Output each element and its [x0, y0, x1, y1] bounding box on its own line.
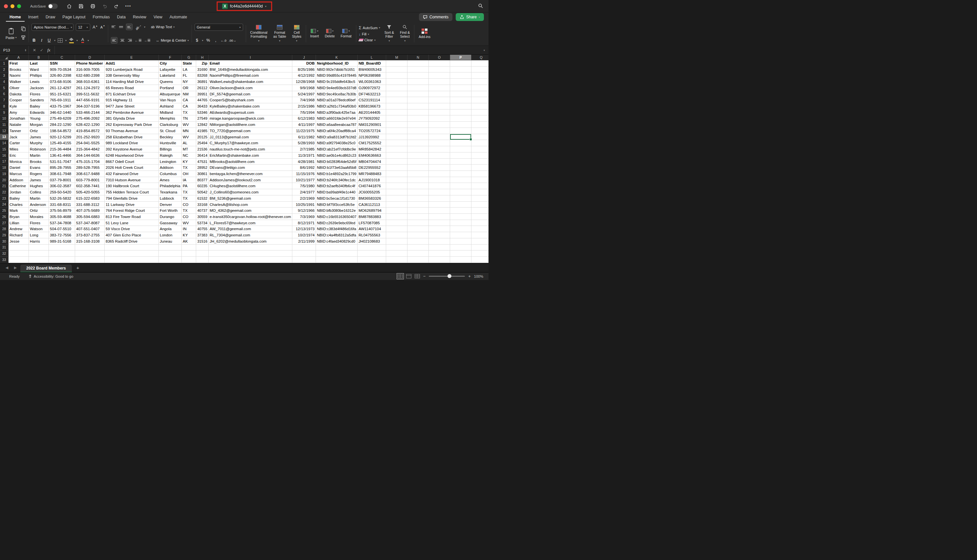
- orientation-icon[interactable]: ab→: [134, 22, 143, 32]
- cell[interactable]: [429, 202, 450, 208]
- cell[interactable]: [209, 250, 292, 257]
- cell[interactable]: [357, 245, 386, 251]
- cell[interactable]: Harris: [29, 238, 49, 245]
- find-select-button[interactable]: Find & Select▾: [398, 24, 411, 43]
- cell[interactable]: 10/2/1974: [292, 232, 316, 238]
- row-header-12[interactable]: 12: [0, 128, 8, 134]
- cell[interactable]: RL_7304@geemail.com: [209, 232, 292, 238]
- cell[interactable]: [196, 250, 209, 257]
- row-header-32[interactable]: 32: [0, 250, 8, 257]
- cell[interactable]: [450, 245, 471, 251]
- row-header-33[interactable]: 33: [0, 257, 8, 263]
- cell[interactable]: NBID:bfb3080be16312e: [316, 208, 357, 214]
- cell[interactable]: Addison: [8, 177, 29, 183]
- cell[interactable]: WV: [182, 122, 196, 128]
- cell[interactable]: [450, 115, 471, 122]
- cell[interactable]: Billings: [159, 146, 182, 152]
- cell[interactable]: [450, 189, 471, 195]
- cell[interactable]: Catherine: [8, 183, 29, 189]
- cell[interactable]: 073-68-9106: [49, 79, 75, 85]
- cell[interactable]: TO20572724: [357, 128, 386, 134]
- row-header-4[interactable]: 4: [0, 79, 8, 85]
- cell[interactable]: Ortiz: [29, 128, 49, 134]
- document-title[interactable]: fc44a2e6d44440d: [230, 4, 263, 8]
- cell[interactable]: bentayga.lichen@thenever.com: [209, 171, 292, 177]
- cell[interactable]: [471, 238, 489, 245]
- cell[interactable]: [471, 177, 489, 183]
- cell[interactable]: 308-61-7948: [49, 171, 75, 177]
- cell[interactable]: 9477 Jane Street: [105, 103, 159, 110]
- cell[interactable]: Long: [29, 232, 49, 238]
- cell[interactable]: NBID:c4a4fb8312a5dfa: [316, 232, 357, 238]
- cell[interactable]: NBID:c16b55163650407: [316, 214, 357, 220]
- cell[interactable]: NBID:ba99abf49e1c440: [316, 189, 357, 195]
- cell[interactable]: [429, 72, 450, 79]
- cell[interactable]: [386, 189, 408, 195]
- cell[interactable]: 8/25/1986: [292, 67, 316, 73]
- cell[interactable]: Jonathan: [8, 115, 29, 122]
- cell[interactable]: 44765: [196, 97, 209, 103]
- cell[interactable]: [471, 103, 489, 110]
- cell[interactable]: 37383: [196, 232, 209, 238]
- cell[interactable]: NBID:bc5ecac1f1d1730: [316, 195, 357, 202]
- cell[interactable]: [471, 140, 489, 146]
- cell[interactable]: Evans: [29, 165, 49, 171]
- row-header-20[interactable]: 20: [0, 177, 8, 183]
- cell[interactable]: Phone Number: [75, 60, 105, 67]
- cell[interactable]: [386, 159, 408, 165]
- cell[interactable]: 8365 Radcliff Drive: [105, 238, 159, 245]
- cell[interactable]: [471, 183, 489, 189]
- cell[interactable]: 871 Eckhart Drive: [105, 91, 159, 97]
- cell[interactable]: Natalie: [8, 122, 29, 128]
- zoom-slider-knob[interactable]: [448, 274, 451, 278]
- cell[interactable]: 407-375-5689: [75, 208, 105, 214]
- cell[interactable]: 6/12/1983: [292, 115, 316, 122]
- title-chevron-icon[interactable]: ▾: [265, 5, 266, 8]
- cell[interactable]: 531-51-7047: [49, 159, 75, 165]
- cell[interactable]: [386, 91, 408, 97]
- tab-insert[interactable]: Insert: [25, 13, 42, 22]
- cell[interactable]: [471, 250, 489, 257]
- cell[interactable]: DE22955552: [357, 165, 386, 171]
- cell[interactable]: 47531: [196, 159, 209, 165]
- cell[interactable]: [471, 226, 489, 232]
- cell[interactable]: 21536: [196, 146, 209, 152]
- cell[interactable]: CA36112113: [357, 202, 386, 208]
- cell[interactable]: NBID:a2fd1c734af93b0: [316, 103, 357, 110]
- more-commands-icon[interactable]: •••: [125, 4, 132, 8]
- cell[interactable]: NBID:99d855c41978445: [316, 72, 357, 79]
- cell[interactable]: James: [29, 134, 49, 140]
- cell[interactable]: [450, 60, 471, 67]
- cell[interactable]: [450, 177, 471, 183]
- cell[interactable]: JJ_0113@geemail.com: [209, 134, 292, 140]
- cell[interactable]: Tanner: [8, 128, 29, 134]
- cell[interactable]: [49, 250, 75, 257]
- row-header-13[interactable]: 13: [0, 134, 8, 140]
- decrease-indent-icon[interactable]: ←: [135, 37, 141, 43]
- cell[interactable]: [471, 85, 489, 91]
- column-header-D[interactable]: D: [75, 55, 105, 60]
- cell[interactable]: 30559: [196, 214, 209, 220]
- cell[interactable]: Huntsville: [159, 140, 182, 146]
- cell[interactable]: Richard: [8, 232, 29, 238]
- cell[interactable]: [209, 257, 292, 263]
- cell[interactable]: AJ19001018: [357, 177, 386, 183]
- cell[interactable]: [386, 165, 408, 171]
- cell[interactable]: [386, 85, 408, 91]
- cell[interactable]: [75, 250, 105, 257]
- percent-format-button[interactable]: %: [206, 37, 211, 43]
- cell[interactable]: [196, 257, 209, 263]
- column-header-K[interactable]: K: [316, 55, 357, 60]
- cell[interactable]: [386, 72, 408, 79]
- cell[interactable]: 11/15/1976: [292, 171, 316, 177]
- cell[interactable]: EM40636663: [357, 152, 386, 159]
- cell[interactable]: 602-358-7441: [75, 183, 105, 189]
- format-as-table-button[interactable]: Format as Table▾: [272, 24, 288, 43]
- cell[interactable]: 60235: [196, 183, 209, 189]
- cell[interactable]: [408, 152, 429, 159]
- cell[interactable]: [292, 250, 316, 257]
- clear-button[interactable]: Clear▾: [359, 38, 380, 42]
- cell[interactable]: [471, 202, 489, 208]
- cell[interactable]: 36433: [196, 103, 209, 110]
- cell[interactable]: [408, 214, 429, 220]
